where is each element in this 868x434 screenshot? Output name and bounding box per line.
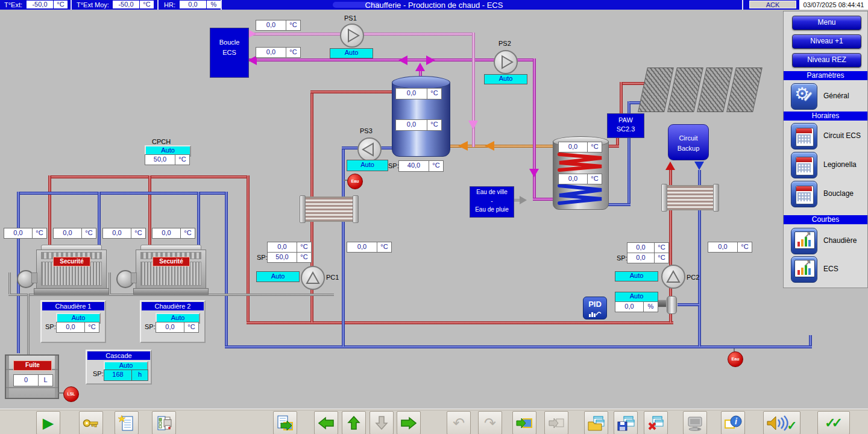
pump-pc2[interactable] xyxy=(661,265,685,289)
circuit-backup-box[interactable]: CircuitBackup xyxy=(668,124,709,160)
t-ext-moy-label: T°Ext Moy: xyxy=(77,1,109,8)
calendar-icon xyxy=(796,128,814,146)
monitor-button[interactable] xyxy=(683,411,707,434)
info-button[interactable]: i xyxy=(721,411,745,434)
sidebar-item-general[interactable]: Général xyxy=(823,92,849,100)
paw-line2: SC2.3 xyxy=(608,125,644,134)
display-exch1-setpoint[interactable]: 50,0°C xyxy=(267,252,312,263)
niveau-rez-button[interactable]: Niveau REZ xyxy=(792,53,861,68)
pipe-segment xyxy=(533,198,553,201)
boucle-ecs-line1: Boucle xyxy=(210,37,248,48)
chart-bar xyxy=(808,268,811,275)
ps2-auto-button[interactable]: Auto xyxy=(484,74,527,84)
next-window-button[interactable] xyxy=(544,411,568,434)
burner-duct xyxy=(31,272,37,283)
display-ps3-setpoint[interactable]: 40,0°C xyxy=(398,160,444,172)
ps1-auto-button[interactable]: Auto xyxy=(330,48,373,58)
sidebar-item-legionella[interactable]: Legionella xyxy=(823,160,857,169)
boucle-ecs-line2: ECS xyxy=(210,48,248,58)
pump-ps2[interactable] xyxy=(494,50,518,74)
ack-all-button[interactable]: ✓✓ xyxy=(817,411,850,434)
open-windows-button[interactable] xyxy=(584,411,608,434)
boiler-1[interactable]: Securité xyxy=(36,245,105,297)
pipe-segment xyxy=(27,294,30,355)
key-button[interactable] xyxy=(79,411,103,434)
boucle-ecs-box[interactable]: BoucleECS xyxy=(210,28,249,78)
niveau-plus1-button[interactable]: Niveau +1 xyxy=(792,34,861,49)
page-select-button[interactable] xyxy=(273,411,297,434)
pump-pc1[interactable] xyxy=(301,266,325,290)
boiler2-title: Chaudière 2 xyxy=(142,302,204,310)
pid-button[interactable]: PID xyxy=(583,297,607,319)
bouclage-button[interactable] xyxy=(791,181,817,207)
legionella-button[interactable] xyxy=(791,152,817,178)
close-windows-button[interactable] xyxy=(644,411,668,434)
sidebar-item-courbe-chaudiere[interactable]: Chaudière xyxy=(823,236,857,245)
flow-arrow-icon xyxy=(468,121,478,130)
sp-label: SP: xyxy=(145,323,156,330)
sidebar-item-circuit-ecs[interactable]: Circuit ECS xyxy=(823,131,861,140)
pipe-segment xyxy=(620,82,623,115)
bottom-toolbar: ▶ ↶ ↷ i ✓ ✓✓ xyxy=(0,409,868,434)
sidebar-item-courbe-ecs[interactable]: ECS xyxy=(823,265,838,273)
new-report-button[interactable] xyxy=(115,411,139,434)
display-valve-position: 0,0% xyxy=(615,301,658,312)
display-solar-top: 0,0°C xyxy=(558,142,602,153)
redo-button[interactable]: ↷ xyxy=(478,411,502,434)
sp-label: SP: xyxy=(257,254,268,261)
cpch-setpoint-display[interactable]: 50,0°C xyxy=(145,154,190,165)
login-icon xyxy=(515,415,533,431)
valve-auto-button[interactable]: Auto xyxy=(615,292,658,302)
pipe-segment xyxy=(342,146,345,347)
circuit-ecs-button[interactable] xyxy=(791,123,817,149)
nav-right-button[interactable] xyxy=(397,411,421,434)
display-boucle-return: 0,0°C xyxy=(256,47,301,58)
ack-button[interactable]: ACK xyxy=(749,1,796,8)
print-report-button[interactable] xyxy=(152,411,176,434)
pump-ps1[interactable] xyxy=(340,24,364,48)
circuit-backup-line2: Backup xyxy=(668,143,708,154)
flow-arrow-icon xyxy=(415,63,425,71)
boiler1-setpoint-display[interactable]: 0,0°C xyxy=(56,322,99,333)
display-pc2-setpoint[interactable]: 0,0°C xyxy=(627,253,669,263)
trend-arrow-icon: ↗ xyxy=(804,230,811,239)
display-boucle-supply: 0,0°C xyxy=(256,20,301,31)
general-button[interactable]: ⚙ xyxy=(791,83,817,110)
undo-icon: ↶ xyxy=(453,416,465,430)
section-header-horaires: Horaires xyxy=(784,112,867,121)
circuit-backup-line1: Circuit xyxy=(668,133,708,143)
pc2-auto-button[interactable]: Auto xyxy=(615,271,658,281)
nav-left-button[interactable] xyxy=(314,411,338,434)
sidebar-item-bouclage[interactable]: Bouclage xyxy=(823,189,854,198)
chart-icon: ↗ xyxy=(794,260,815,277)
pipe-segment xyxy=(197,192,200,247)
boiler-2[interactable]: Securité xyxy=(136,245,205,297)
pump-ps3[interactable] xyxy=(357,137,382,162)
close-windows-icon xyxy=(647,415,665,432)
status-badge: Securité xyxy=(153,257,190,266)
save-windows-button[interactable] xyxy=(614,411,638,434)
chart-icon: ↗ xyxy=(794,231,815,249)
ps3-auto-button[interactable]: Auto xyxy=(347,160,388,171)
menu-button[interactable]: Menu xyxy=(792,16,861,30)
nav-down-button[interactable] xyxy=(370,411,394,434)
redo-icon: ↷ xyxy=(484,416,496,430)
calendar-grid xyxy=(797,192,811,201)
pipe-segment xyxy=(48,175,51,247)
courbe-ecs-button[interactable]: ↗ xyxy=(791,256,817,283)
alarm-sound-ack-button[interactable]: ✓ xyxy=(763,411,800,434)
solar-coil-hot-icon xyxy=(557,152,604,172)
heat-exchanger-primary xyxy=(301,197,357,222)
courbe-chaudiere-button[interactable]: ↗ xyxy=(791,228,817,254)
boiler2-setpoint-display[interactable]: 0,0°C xyxy=(156,322,199,333)
login-button[interactable] xyxy=(512,411,536,434)
chart-bar xyxy=(797,270,800,275)
three-way-valve[interactable] xyxy=(667,296,677,314)
undo-button[interactable]: ↶ xyxy=(447,411,471,434)
nav-up-button[interactable] xyxy=(342,411,366,434)
t-ext-value: -50,0 xyxy=(27,1,53,8)
pump-label-ps3: PS3 xyxy=(360,127,373,134)
run-button[interactable]: ▶ xyxy=(36,411,60,434)
pc1-auto-button[interactable]: Auto xyxy=(256,271,300,282)
cascade-setpoint-value[interactable]: 168 xyxy=(104,370,132,381)
